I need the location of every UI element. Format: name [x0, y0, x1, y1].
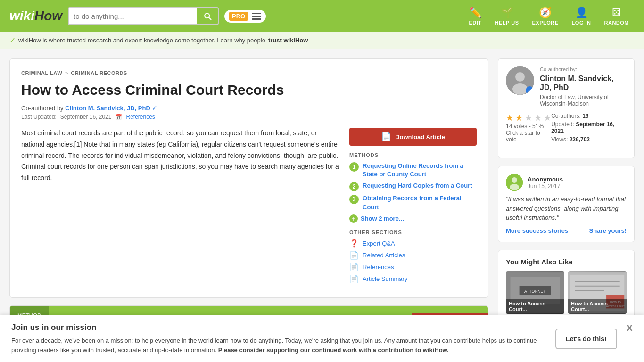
other-item-related[interactable]: 📄 Related Articles: [349, 251, 477, 260]
nav-login[interactable]: 👤 LOG IN: [566, 5, 597, 27]
author-line: Co-authored by Clinton M. Sandvick, JD, …: [21, 104, 477, 112]
download-article-button[interactable]: 📄 Download Article: [349, 128, 477, 146]
top-nav: ✏️ EDIT 🌱 HELP US 🧭 EXPLORE 👤 LOG IN ⚄ R…: [463, 5, 635, 27]
star-4[interactable]: ★: [534, 113, 542, 123]
votes-text: 14 votes - 51%: [506, 123, 551, 130]
other-item-references[interactable]: 📄 References: [349, 263, 477, 272]
date-line: Last Updated: September 16, 2021 📅 Refer…: [21, 114, 477, 120]
breadcrumb: CRIMINAL LAW » CRIMINAL RECORDS: [21, 70, 477, 76]
star-rating[interactable]: ★ ★ ★ ★ ★: [506, 113, 551, 123]
method-text-2[interactable]: Requesting Hard Copies from a Court: [363, 181, 472, 190]
search-input[interactable]: [69, 9, 197, 23]
related-thumb-1[interactable]: ATTORNEY How to Access Court...: [506, 272, 564, 314]
logo[interactable]: wikiHow: [9, 8, 62, 24]
click-vote-text: Click a star to vote: [506, 130, 551, 143]
article-text: Most criminal court records are part of …: [21, 128, 340, 286]
banner-text: Join us in our mission For over a decade…: [11, 323, 546, 354]
related-label-1: How to Access Court...: [506, 299, 564, 314]
related-label-2: How to Access Court...: [568, 299, 627, 314]
calendar-icon: 📅: [115, 114, 122, 120]
method-num-1: 1: [349, 162, 359, 172]
show-more-label: Show 2 more...: [361, 215, 404, 222]
methods-box: 📄 Download Article METHODS 1 Requesting …: [349, 128, 477, 286]
banner-cta-button[interactable]: Let's do this!: [555, 329, 617, 349]
author-info: Co-authored by: Clinton M. Sandvick, JD,…: [540, 66, 627, 107]
nav-edit[interactable]: ✏️ EDIT: [463, 5, 487, 27]
star-1[interactable]: ★: [506, 113, 513, 123]
author-avatar: ✓: [506, 66, 534, 95]
edit-icon: ✏️: [469, 7, 482, 19]
method-item-1[interactable]: 1 Requesting Online Records from a State…: [349, 162, 477, 179]
banner-bold: Please consider supporting our continued…: [218, 346, 449, 354]
explore-icon: 🧭: [539, 7, 552, 19]
pdf-icon: 📄: [381, 132, 391, 142]
commenter-name: Anonymous: [528, 176, 563, 183]
stats-row: ★ ★ ★ ★ ★ 14 votes - 51% Click a star to…: [506, 113, 627, 145]
author-link[interactable]: Clinton M. Sandvick, JD, PhD: [65, 105, 150, 112]
related-thumb-2[interactable]: How to Access Court How to Access Court.…: [568, 272, 627, 314]
references-label[interactable]: References: [363, 263, 394, 271]
svg-point-17: [512, 177, 517, 183]
nav-login-label: LOG IN: [572, 20, 591, 25]
other-item-summary[interactable]: 📄 Article Summary: [349, 274, 477, 283]
banner-body: For over a decade, we've been on a missi…: [11, 336, 546, 354]
comment-card: Anonymous Jun 15, 2017 "It was written i…: [498, 166, 635, 242]
star-5[interactable]: ★: [544, 113, 551, 123]
star-3[interactable]: ★: [525, 113, 532, 123]
comment-text: "It was written in an easy-to-read forma…: [506, 195, 627, 222]
trust-link[interactable]: trust wikiHow: [268, 37, 308, 44]
sidebar-author-name: Clinton M. Sandvick, JD, PhD: [540, 74, 627, 92]
breadcrumb-current[interactable]: CRIMINAL RECORDS: [71, 70, 127, 76]
nav-random-label: RANDOM: [604, 20, 629, 25]
related-icon: 📄: [349, 251, 359, 260]
references-link[interactable]: References: [126, 114, 155, 120]
search-button[interactable]: [197, 8, 218, 24]
method-text-1[interactable]: Requesting Online Records from a State o…: [363, 162, 477, 179]
share-yours-link[interactable]: Share yours!: [589, 227, 627, 234]
nav-edit-label: EDIT: [469, 20, 481, 25]
method-text-3[interactable]: Obtaining Records from a Federal Court: [363, 194, 477, 211]
expert-qa-label[interactable]: Expert Q&A: [363, 240, 395, 247]
other-item-expert-qa[interactable]: ❓ Expert Q&A: [349, 239, 477, 248]
coauthored-label: Co-authored by:: [540, 66, 627, 72]
commenter-date: Jun 15, 2017: [528, 183, 563, 189]
commenter: Anonymous Jun 15, 2017: [506, 174, 627, 191]
method-num-2: 2: [349, 182, 359, 191]
logo-wiki: wiki: [9, 8, 34, 24]
mission-banner: Join us in our mission For over a decade…: [0, 315, 644, 362]
method-item-3[interactable]: 3 Obtaining Records from a Federal Court: [349, 194, 477, 211]
show-more[interactable]: + Show 2 more...: [349, 214, 477, 223]
breadcrumb-separator: »: [65, 70, 68, 76]
coauthors-label: Co-authors:: [551, 113, 581, 119]
comment-actions: More success stories Share yours!: [506, 227, 627, 234]
dice-icon: ⚄: [612, 7, 621, 19]
method-item-2[interactable]: 2 Requesting Hard Copies from a Court: [349, 181, 477, 191]
coauthors-num: 16: [582, 113, 588, 119]
breadcrumb-parent[interactable]: CRIMINAL LAW: [21, 70, 62, 76]
author-verified-icon: ✓: [526, 86, 534, 95]
article-card: CRIMINAL LAW » CRIMINAL RECORDS How to A…: [9, 58, 488, 298]
more-stories-link[interactable]: More success stories: [506, 227, 568, 234]
pro-badge[interactable]: PRO: [224, 10, 266, 23]
search-icon: [203, 11, 212, 21]
hamburger-icon: [252, 13, 261, 20]
star-2[interactable]: ★: [515, 113, 523, 123]
views-value: 226,702: [570, 136, 590, 143]
nav-explore[interactable]: 🧭 EXPLORE: [527, 5, 564, 27]
nav-help-label: HELP US: [495, 20, 519, 25]
banner-close-button[interactable]: X: [627, 323, 633, 334]
views-label: Views:: [551, 136, 568, 143]
date-label: Last Updated:: [21, 114, 57, 120]
nav-help-us[interactable]: 🌱 HELP US: [489, 5, 525, 27]
related-articles-label[interactable]: Related Articles: [363, 252, 405, 259]
person-icon: 👤: [575, 7, 588, 19]
trust-text: wikiHow is where trusted research and ex…: [18, 37, 265, 44]
check-icon: ✓: [9, 36, 16, 45]
nav-explore-label: EXPLORE: [532, 20, 559, 25]
related-grid: ATTORNEY How to Access Court... Ho: [506, 272, 627, 314]
article-summary-label[interactable]: Article Summary: [363, 275, 407, 282]
site-header: wikiHow PRO ✏️ EDIT 🌱 HELP US 🧭 EXPLORE …: [0, 0, 644, 32]
nav-random[interactable]: ⚄ RANDOM: [599, 5, 635, 27]
question-icon: ❓: [349, 239, 359, 248]
svg-point-14: [515, 72, 525, 82]
